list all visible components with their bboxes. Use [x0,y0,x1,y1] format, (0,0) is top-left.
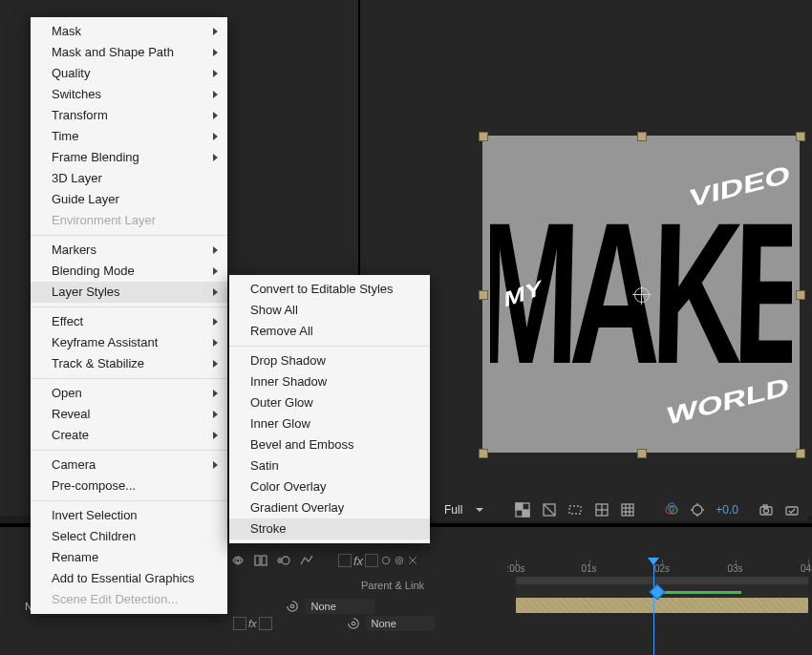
time-ruler[interactable]: :00s01s02s03s04s [516,560,808,613]
menu-item-stroke[interactable]: Stroke [229,518,430,539]
resize-handle-tl[interactable] [479,132,488,141]
menu-item-3d-layer[interactable]: 3D Layer [31,168,227,189]
layer-bar[interactable] [516,598,808,613]
svg-point-17 [693,505,702,515]
pickwhip-icon[interactable] [347,617,360,630]
reset-exposure-icon[interactable] [690,501,707,518]
svg-line-4 [544,504,555,516]
menu-item-drop-shadow[interactable]: Drop Shadow [229,350,430,371]
menu-item-track-stabilize[interactable]: Track & Stabilize [31,353,227,374]
menu-item-transform[interactable]: Transform [31,105,227,126]
resize-handle-bm[interactable] [637,449,647,458]
resize-handle-bl[interactable] [479,449,488,458]
menu-item-gradient-overlay[interactable]: Gradient Overlay [229,497,430,518]
menu-item-convert-to-editable-styles[interactable]: Convert to Editable Styles [229,279,430,300]
shy-icon[interactable] [229,552,246,569]
menu-item-switches[interactable]: Switches [31,84,227,105]
menu-item-create[interactable]: Create [31,425,227,446]
graph-editor-icon[interactable] [298,552,315,569]
svg-point-31 [398,560,401,562]
menu-separator [31,235,227,236]
menu-item-invert-selection[interactable]: Invert Selection [31,505,227,526]
menu-item-select-children[interactable]: Select Children [31,526,227,547]
parent-dropdown[interactable]: None [305,599,374,614]
viewer-controls-bar: Full +0.0 [433,498,808,521]
cached-frames-bar [656,591,741,594]
menu-item-blending-mode[interactable]: Blending Mode [31,261,227,282]
svg-rect-1 [516,503,523,510]
layer-row[interactable]: fx None [233,615,435,631]
svg-point-25 [282,557,289,564]
menu-item-mask-and-shape-path[interactable]: Mask and Shape Path [31,42,227,63]
resize-handle-br[interactable] [796,449,805,458]
anchor-point-icon[interactable] [634,287,650,303]
resize-handle-mr[interactable] [796,290,805,300]
svg-rect-2 [523,510,529,517]
svg-point-32 [291,604,295,608]
grid-icon[interactable] [620,501,637,518]
channels-icon[interactable] [663,501,680,518]
svg-point-19 [763,509,768,514]
menu-item-pre-compose[interactable]: Pre-compose... [31,475,227,497]
menu-item-inner-glow[interactable]: Inner Glow [229,413,430,434]
exposure-value[interactable]: +0.0 [716,503,738,517]
svg-rect-24 [262,556,267,565]
menu-item-show-all[interactable]: Show All [229,300,430,321]
menu-item-effect[interactable]: Effect [31,311,227,332]
menu-item-camera[interactable]: Camera [31,454,227,475]
menu-item-time[interactable]: Time [31,126,227,147]
menu-item-outer-glow[interactable]: Outer Glow [229,392,430,413]
menu-item-mask[interactable]: Mask [31,21,227,42]
toggle-transparency-icon[interactable] [514,501,531,518]
resize-handle-tm[interactable] [637,132,647,141]
menu-item-environment-layer: Environment Layer [31,210,227,231]
guides-icon[interactable] [593,501,610,518]
show-snapshot-icon[interactable] [783,501,801,518]
menu-item-keyframe-assistant[interactable]: Keyframe Assistant [31,332,227,353]
layer-switches[interactable]: fx [233,617,272,630]
menu-item-inner-shadow[interactable]: Inner Shadow [229,371,430,392]
svg-point-33 [352,622,355,625]
menu-item-add-to-essential-graphics[interactable]: Add to Essential Graphics [31,568,227,589]
svg-rect-20 [763,505,767,507]
svg-point-30 [395,557,403,564]
menu-separator [31,378,227,379]
layer-context-menu: MaskMask and Shape PathQualitySwitchesTr… [31,17,227,614]
work-area-bar[interactable] [516,577,808,584]
menu-item-guide-layer[interactable]: Guide Layer [31,189,227,210]
motion-blur-icon[interactable] [275,552,292,569]
region-icon[interactable] [566,501,584,518]
menu-item-markers[interactable]: Markers [31,240,227,261]
layer-styles-submenu: Convert to Editable StylesShow AllRemove… [229,275,430,543]
menu-item-color-overlay[interactable]: Color Overlay [229,476,430,497]
resolution-dropdown[interactable]: Full [440,501,487,518]
composition-preview[interactable]: VIDEO MAKE MY WORLD [482,136,800,453]
frame-blend-icon[interactable] [252,552,269,569]
menu-item-frame-blending[interactable]: Frame Blending [31,147,227,168]
menu-item-open[interactable]: Open [31,383,227,404]
menu-item-quality[interactable]: Quality [31,63,227,84]
snapshot-icon[interactable] [758,501,775,518]
menu-item-reveal[interactable]: Reveal [31,404,227,425]
menu-item-satin[interactable]: Satin [229,455,430,476]
parent-dropdown[interactable]: None [366,616,435,631]
menu-item-rename[interactable]: Rename [31,547,227,568]
menu-separator [31,450,227,451]
menu-separator [31,306,227,307]
resize-handle-tr[interactable] [796,132,805,141]
menu-item-remove-all[interactable]: Remove All [229,321,430,342]
current-time-indicator[interactable] [653,560,654,655]
ruler-tick-label: 04s [801,563,812,574]
svg-point-29 [382,557,390,564]
menu-item-scene-edit-detection: Scene Edit Detection... [31,589,227,610]
svg-rect-9 [622,504,633,516]
menu-item-bevel-and-emboss[interactable]: Bevel and Emboss [229,434,430,455]
menu-item-layer-styles[interactable]: Layer Styles [31,282,227,303]
toggle-mask-icon[interactable] [541,501,558,518]
pickwhip-icon[interactable] [286,600,299,613]
ruler-tick-label: :00s [507,563,525,574]
svg-rect-23 [255,556,260,565]
svg-point-22 [236,559,240,562]
resize-handle-ml[interactable] [479,290,488,300]
resolution-label: Full [444,503,462,517]
